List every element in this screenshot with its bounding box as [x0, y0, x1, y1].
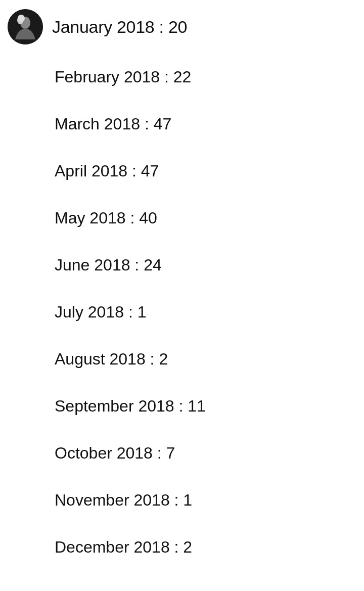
list-item: June 2018 : 24 [0, 242, 364, 289]
january-entry: January 2018 : 20 [52, 17, 187, 37]
avatar [8, 9, 43, 44]
month-entry-5: July 2018 : 1 [55, 303, 146, 321]
list-item: September 2018 : 11 [0, 383, 364, 430]
month-entry-9: November 2018 : 1 [55, 491, 192, 509]
month-entry-1: March 2018 : 47 [55, 115, 171, 133]
header-row: January 2018 : 20 [0, 0, 364, 54]
svg-point-3 [18, 15, 25, 22]
list-item: July 2018 : 1 [0, 289, 364, 336]
list-item: November 2018 : 1 [0, 477, 364, 524]
month-entry-4: June 2018 : 24 [55, 256, 162, 274]
month-entry-0: February 2018 : 22 [55, 68, 191, 86]
list-item: October 2018 : 7 [0, 430, 364, 477]
month-entry-8: October 2018 : 7 [55, 444, 175, 462]
list-item: February 2018 : 22 [0, 54, 364, 101]
page-container: January 2018 : 20 February 2018 : 22Marc… [0, 0, 364, 571]
list-item: March 2018 : 47 [0, 101, 364, 148]
month-entry-10: December 2018 : 2 [55, 538, 192, 556]
list-item: August 2018 : 2 [0, 336, 364, 383]
month-entry-7: September 2018 : 11 [55, 397, 206, 415]
month-entry-3: May 2018 : 40 [55, 209, 157, 227]
month-entry-2: April 2018 : 47 [55, 162, 159, 180]
list-item: December 2018 : 2 [0, 524, 364, 571]
list-item: May 2018 : 40 [0, 195, 364, 242]
month-entry-6: August 2018 : 2 [55, 350, 168, 368]
list-item: April 2018 : 47 [0, 148, 364, 195]
